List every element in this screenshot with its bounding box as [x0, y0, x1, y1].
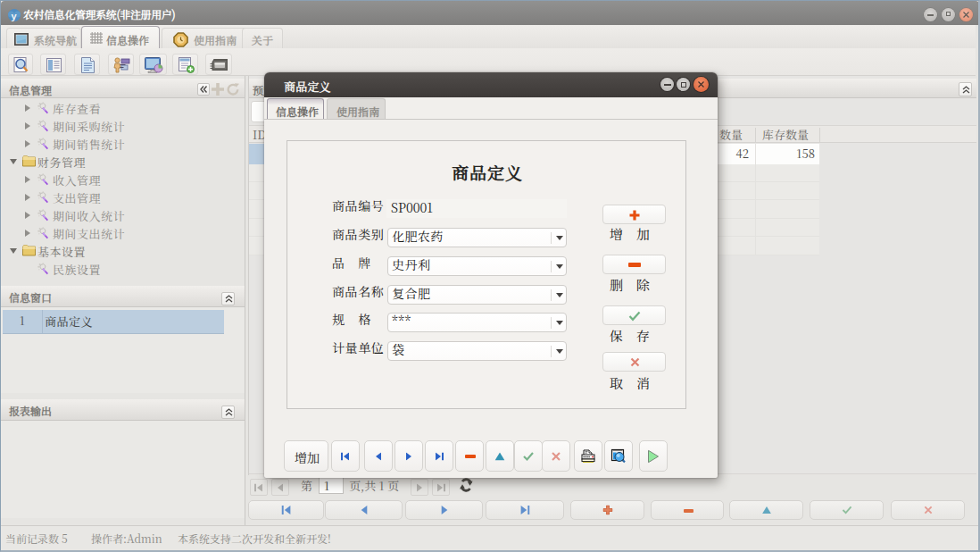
svg-text:y: y: [12, 11, 18, 21]
